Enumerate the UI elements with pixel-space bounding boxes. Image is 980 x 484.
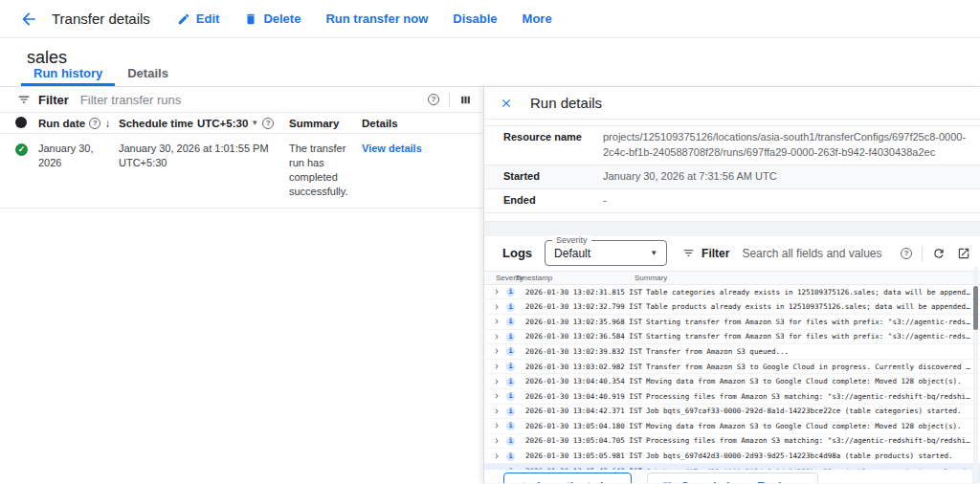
sort-descending-icon[interactable]: ↓ bbox=[104, 117, 110, 130]
open-in-logs-explorer-button[interactable]: Open in Logs Explorer bbox=[647, 473, 818, 483]
section-separator bbox=[484, 221, 980, 236]
expand-chevron-icon[interactable] bbox=[492, 421, 506, 430]
run-history-panel: Filter Filter transfer runs ? Run date ?… bbox=[0, 87, 483, 483]
open-in-new-icon bbox=[661, 481, 673, 483]
divider bbox=[922, 246, 923, 261]
expand-chevron-icon[interactable] bbox=[492, 317, 506, 326]
filter-icon bbox=[682, 247, 695, 259]
expand-chevron-icon[interactable] bbox=[492, 346, 506, 356]
expand-chevron-icon[interactable] bbox=[492, 436, 506, 446]
open-in-new-icon[interactable] bbox=[957, 247, 970, 260]
tab-details[interactable]: Details bbox=[115, 66, 181, 86]
log-row[interactable]: i 2026-01-30 13:04:42.371 IST Job bqts_6… bbox=[484, 405, 980, 420]
timestamp-column-header: Timestamp bbox=[515, 274, 635, 282]
run-history-row[interactable]: ✓ January 30, 2026 January 30, 2026 at 1… bbox=[0, 134, 483, 209]
column-display-icon[interactable] bbox=[459, 94, 472, 106]
expand-chevron-icon[interactable] bbox=[492, 287, 506, 297]
field-value: projects/125109375126/locations/asia-sou… bbox=[603, 130, 969, 161]
status-column-icon[interactable] bbox=[15, 117, 27, 128]
trash-icon bbox=[244, 12, 257, 26]
filter-input[interactable]: Filter transfer runs bbox=[80, 93, 428, 107]
log-timestamp: 2026-01-30 13:04:40.354 IST bbox=[525, 377, 646, 385]
close-icon[interactable] bbox=[500, 97, 513, 110]
log-summary: Processing files from Amazon S3 matching… bbox=[646, 436, 980, 445]
log-row[interactable]: i 2026-01-30 13:05:05.981 IST Job bqts_6… bbox=[484, 449, 980, 464]
summary-cell: The transfer run has completed successfu… bbox=[289, 142, 362, 198]
info-severity-icon: i bbox=[506, 346, 522, 356]
run-history-filter-bar[interactable]: Filter Filter transfer runs ? bbox=[0, 87, 483, 112]
severity-select-value: Default bbox=[554, 247, 590, 260]
run-details-title: Run details bbox=[530, 95, 602, 111]
scrollbar-track[interactable] bbox=[973, 267, 978, 483]
log-summary: Job bqts_697d42d3-0000-2d93-9d25-14223bc… bbox=[646, 451, 980, 460]
expand-chevron-icon[interactable] bbox=[492, 332, 506, 341]
run-date-column-header[interactable]: Run date bbox=[38, 118, 85, 129]
info-severity-icon: i bbox=[506, 407, 522, 416]
schedule-time-column-header: Schedule time bbox=[119, 118, 193, 129]
info-severity-icon: i bbox=[506, 332, 522, 341]
log-summary: Table categories already exists in 12510… bbox=[646, 288, 980, 297]
logs-help-icon[interactable]: ? bbox=[901, 248, 912, 259]
logs-table-header: Severity Timestamp Summary bbox=[484, 271, 980, 285]
field-label: Started bbox=[503, 169, 603, 185]
expand-chevron-icon[interactable] bbox=[492, 362, 506, 371]
page-header-title: Transfer details bbox=[52, 11, 150, 27]
logs-label: Logs bbox=[502, 246, 532, 260]
started-row: Started January 30, 2026 at 7:31:56 AM U… bbox=[484, 165, 980, 189]
info-severity-icon: i bbox=[506, 302, 522, 312]
delete-button[interactable]: Delete bbox=[244, 11, 301, 26]
filter-label: Filter bbox=[38, 93, 69, 107]
expand-chevron-icon[interactable] bbox=[492, 377, 506, 386]
severity-select[interactable]: Severity Default ▼ bbox=[545, 240, 667, 266]
log-row[interactable]: i 2026-01-30 13:02:31.815 IST Table cate… bbox=[484, 285, 980, 300]
resource-name-row: Resource name projects/125109375126/loca… bbox=[484, 126, 980, 165]
summary-column-header: Summary bbox=[635, 274, 980, 282]
scrollbar-thumb[interactable] bbox=[973, 286, 978, 330]
log-timestamp: 2026-01-30 13:05:05.981 IST bbox=[525, 451, 646, 460]
log-row[interactable]: i 2026-01-30 13:02:36.584 IST Starting t… bbox=[484, 330, 980, 345]
log-row[interactable]: i 2026-01-30 13:04:40.919 IST Processing… bbox=[484, 389, 980, 405]
investigate-log-button[interactable]: Investigate log bbox=[503, 473, 632, 483]
tab-run-history[interactable]: Run history bbox=[21, 66, 115, 86]
expand-chevron-icon[interactable] bbox=[492, 407, 506, 416]
log-summary: Transfer from Amazon S3 queued... bbox=[646, 347, 980, 356]
more-button[interactable]: More bbox=[523, 11, 552, 26]
log-row[interactable]: i 2026-01-30 13:02:35.968 IST Starting t… bbox=[484, 315, 980, 330]
info-severity-icon: i bbox=[506, 377, 522, 386]
help-icon[interactable]: ? bbox=[428, 94, 439, 105]
run-history-table-header: Run date ? ↓ Schedule time UTC+5:30 ▼ ? … bbox=[0, 112, 483, 134]
ended-row: Ended - bbox=[484, 189, 980, 213]
timezone-dropdown[interactable]: UTC+5:30 ▼ bbox=[197, 118, 258, 129]
run-date-help-icon[interactable]: ? bbox=[89, 118, 100, 129]
run-transfer-now-button[interactable]: Run transfer now bbox=[325, 11, 428, 26]
log-timestamp: 2026-01-30 13:03:02.982 IST bbox=[525, 363, 646, 371]
log-row[interactable]: i 2026-01-30 13:05:04.705 IST Processing… bbox=[484, 434, 980, 450]
log-row[interactable]: i 2026-01-30 13:03:02.982 IST Transfer f… bbox=[484, 360, 980, 375]
schedule-time-cell: January 30, 2026 at 1:01:55 PM UTC+5:30 bbox=[119, 142, 289, 170]
log-row[interactable]: i 2026-01-30 13:05:04.180 IST Moving dat… bbox=[484, 419, 980, 434]
schedule-help-icon[interactable]: ? bbox=[262, 118, 274, 129]
refresh-icon[interactable] bbox=[932, 247, 946, 260]
expand-chevron-icon[interactable] bbox=[492, 302, 506, 312]
run-details-fields: Resource name projects/125109375126/loca… bbox=[484, 125, 980, 213]
log-row[interactable]: i 2026-01-30 13:02:32.799 IST Table prod… bbox=[484, 299, 980, 315]
log-row[interactable]: i 2026-01-30 13:02:39.832 IST Transfer f… bbox=[484, 344, 980, 360]
log-timestamp: 2026-01-30 13:05:04.180 IST bbox=[525, 422, 646, 430]
logs-search-input[interactable]: Search all fields and values bbox=[742, 247, 901, 260]
edit-button[interactable]: Edit bbox=[177, 11, 220, 26]
chevron-down-icon: ▼ bbox=[650, 249, 657, 257]
divider bbox=[449, 92, 450, 107]
back-arrow-icon[interactable] bbox=[19, 10, 38, 29]
log-row[interactable]: i 2026-01-30 13:04:40.354 IST Moving dat… bbox=[484, 374, 980, 389]
view-details-link[interactable]: View details bbox=[362, 143, 422, 154]
log-timestamp: 2026-01-30 13:02:31.815 IST bbox=[525, 288, 646, 297]
disable-button[interactable]: Disable bbox=[453, 11, 497, 26]
log-summary: Moving data from Amazon S3 to Google Clo… bbox=[646, 377, 980, 385]
transfer-name-title: sales bbox=[0, 38, 980, 67]
success-check-icon: ✓ bbox=[15, 143, 28, 156]
logs-filter-button[interactable]: Filter bbox=[682, 247, 729, 260]
expand-chevron-icon[interactable] bbox=[492, 391, 506, 401]
info-severity-icon: i bbox=[506, 436, 522, 446]
log-timestamp: 2026-01-30 13:02:36.584 IST bbox=[525, 332, 646, 341]
expand-chevron-icon[interactable] bbox=[492, 451, 506, 461]
